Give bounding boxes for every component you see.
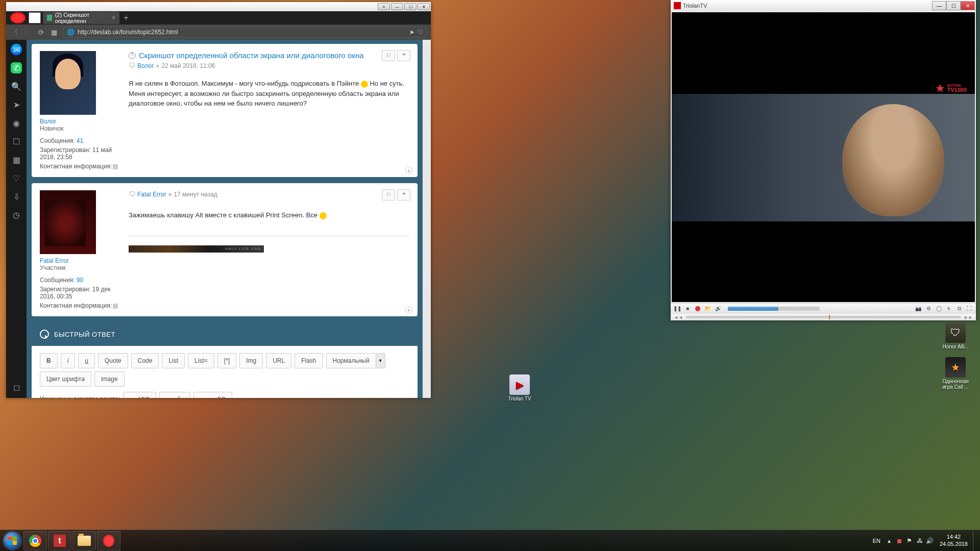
snapshot-icon[interactable]: ◉ [11,117,22,129]
seek-slider[interactable] [686,316,961,318]
settings-button[interactable]: ⚙ [925,305,932,312]
contact-icon[interactable] [113,164,118,169]
reload-button[interactable]: ⟳ [37,28,45,36]
tray-network-icon[interactable]: 🖧 [915,536,924,545]
dropdown-icon[interactable]: ▼ [376,353,385,368]
taskbar-opera[interactable] [97,531,120,550]
byline-author[interactable]: Fatal Error [137,191,166,198]
tray-flag-icon[interactable]: ⚑ [905,536,914,545]
author-link[interactable]: Fatal Error [40,257,69,264]
report-button[interactable]: ⚐ [382,50,395,61]
stop-button[interactable]: ■ [684,305,691,312]
taskbar-explorer[interactable] [72,531,96,550]
close-button[interactable]: ✕ [418,3,430,10]
lowercase-button[interactable]: ▼ абв [159,392,190,398]
url-field[interactable]: 🌐 http://deslab.uk/forum/topic2652.html … [63,27,427,38]
bold-button[interactable]: B [40,353,58,368]
quick-reply-header[interactable]: БЫСТРЫЙ ОТВЕТ [32,322,418,346]
minimize-button[interactable]: ― [391,3,403,10]
language-indicator[interactable]: EN [870,538,884,544]
volume-slider[interactable] [728,307,820,311]
quote-button[interactable]: ❝ [397,189,410,201]
messenger-icon[interactable]: ✉ [11,44,22,55]
taskbar-chrome[interactable] [23,531,47,550]
rewind-icon[interactable]: ◄◄ [674,315,683,320]
flow-icon[interactable]: ➤ [11,99,22,110]
tab-close-icon[interactable]: × [112,14,115,21]
new-tab-button[interactable]: + [120,12,132,23]
open-button[interactable]: 📂 [704,305,712,312]
taskbar-clock[interactable]: 14:42 24.05.2018 [936,534,972,547]
record-button[interactable] [694,305,701,312]
scroll-top-button[interactable]: ▲ [405,306,412,313]
page-scrollbar[interactable] [423,40,431,398]
whatsapp-icon[interactable]: ✆ [11,62,22,73]
search-icon[interactable]: 🔍 [11,81,22,92]
downloads-icon[interactable]: ⇩ [11,191,22,202]
start-button[interactable] [2,531,22,551]
tray-volume-icon[interactable]: 🔊 [925,536,935,545]
togglecase-button[interactable]: ▼▲ аБВ [193,392,232,398]
speed-dial-icon[interactable]: ▦ [11,154,22,165]
site-info-icon[interactable]: 🌐 [67,29,75,36]
bookmark-heart-icon[interactable]: ♡ [418,29,423,36]
report-button[interactable]: ⚐ [382,189,395,201]
author-link[interactable]: Волог [40,118,57,125]
pause-button[interactable]: ❚❚ [674,305,681,312]
mute-button[interactable]: 🔊 [715,305,722,312]
desktop-icon-triolantv[interactable]: ▶ Triolan TV [504,374,535,402]
send-icon[interactable]: ➤ [409,29,414,36]
forward-button[interactable]: 〉 [23,28,32,36]
uppercase-button[interactable]: ▲ АБВ [123,392,156,398]
tray-arrow-icon[interactable]: ▴ [885,536,894,545]
underline-button[interactable]: u [78,353,95,368]
desktop-icon-callofduty[interactable]: ★ Одиночная игра Call ... [940,357,971,390]
avatar[interactable] [40,51,96,115]
image-upload-button[interactable]: image [94,371,125,387]
tab-speed-dial[interactable] [29,12,41,23]
scroll-top-button[interactable]: ▲ [405,167,412,174]
loop-button[interactable]: ◯ [935,305,942,312]
list-button[interactable]: List [162,353,185,368]
minimize-button[interactable]: ― [932,1,946,10]
show-desktop-button[interactable] [973,531,979,551]
posts-count[interactable]: 41 [77,137,83,144]
opera-sidebar-toggle[interactable]: ≡ [378,3,390,10]
quote-bbcode-button[interactable]: Quote [98,353,128,368]
tray-app-icon[interactable]: ◼ [895,536,904,545]
posts-count[interactable]: 90 [77,277,83,284]
desktop-icon-honor[interactable]: 🛡 Honor Alli... [940,322,971,349]
aspect-button[interactable]: ⧉ [955,305,963,312]
personal-news-icon[interactable]: ♡ [11,172,22,184]
taskbar-triolan[interactable]: t [48,531,71,550]
flash-button[interactable]: Flash [295,353,323,368]
start-page-icon[interactable]: ▦ [50,28,58,36]
post-title-link[interactable]: Скриншот определенной области экрана или… [139,51,364,60]
snapshot-button[interactable]: 📷 [915,305,922,312]
url-button[interactable]: URL [266,353,291,368]
history-icon[interactable]: ◷ [11,209,22,220]
code-button[interactable]: Code [131,353,159,368]
sidebar-settings-icon[interactable]: ◻ [11,382,22,393]
quote-button[interactable]: ❝ [397,50,410,61]
img-button[interactable]: Img [239,353,263,368]
list-item-button[interactable]: [*] [217,353,236,368]
back-button[interactable]: 〈 [10,28,18,36]
byline-author[interactable]: Волог [137,62,154,69]
font-color-button[interactable]: Цвет шрифта [40,371,91,387]
tab-forum[interactable]: (2) Скриншот определенн × [43,12,119,24]
italic-button[interactable]: i [61,353,76,368]
tv-titlebar[interactable]: TriolanTV ― ☐ ✕ [671,0,976,11]
maximize-button[interactable]: ☐ [404,3,416,10]
playlist-button[interactable]: ≡ [945,305,952,312]
forward-icon[interactable]: ►► [964,315,973,320]
list-ordered-button[interactable]: List= [188,353,214,368]
close-button[interactable]: ✕ [961,1,975,10]
maximize-button[interactable]: ☐ [946,1,961,10]
contact-icon[interactable] [113,304,118,309]
bookmarks-icon[interactable]: ☐ [11,136,22,147]
avatar[interactable] [40,190,96,254]
video-area[interactable]: ACTIONTV1000 [672,12,975,302]
font-size-select[interactable]: Нормальный ▼ [326,353,385,368]
fullscreen-button[interactable]: ⛶ [966,305,973,312]
